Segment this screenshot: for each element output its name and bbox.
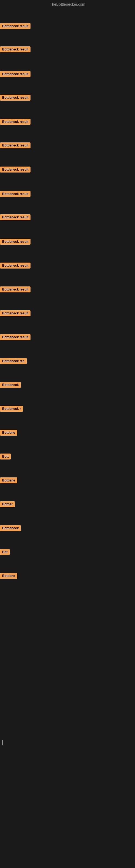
bottleneck-badge: Bottleneck result (0, 143, 31, 148)
bottleneck-item-8[interactable]: Bottleneck result (0, 191, 31, 197)
bottleneck-badge: Bot (0, 549, 10, 555)
bottleneck-item-17[interactable]: Bottleneck r (0, 406, 23, 412)
bottleneck-item-13[interactable]: Bottleneck result (0, 310, 31, 316)
bottleneck-badge: Bottler (0, 501, 15, 507)
bottleneck-item-14[interactable]: Bottleneck result (0, 334, 31, 340)
bottleneck-item-4[interactable]: Bottleneck result (0, 95, 31, 101)
bottleneck-badge: Bottleneck (0, 525, 21, 531)
bottleneck-item-16[interactable]: Bottleneck (0, 382, 21, 388)
bottleneck-item-6[interactable]: Bottleneck result (0, 143, 31, 148)
bottleneck-item-23[interactable]: Bot (0, 549, 10, 555)
bottleneck-badge: Bottleneck result (0, 262, 31, 269)
site-title: TheBottlenecker.com (0, 0, 135, 8)
bottleneck-item-3[interactable]: Bottleneck result (0, 71, 31, 77)
bottleneck-item-15[interactable]: Bottleneck res (0, 358, 27, 364)
bottleneck-item-2[interactable]: Bottleneck result (0, 46, 31, 52)
bottleneck-item-1[interactable]: Bottleneck result (0, 23, 31, 29)
bottleneck-badge: Bottleneck result (0, 191, 31, 197)
bottleneck-badge: Bottleneck result (0, 286, 31, 292)
bottleneck-badge: Bottlene (0, 477, 17, 484)
bottleneck-item-22[interactable]: Bottleneck (0, 525, 21, 531)
bottleneck-badge: Bottlene (0, 430, 17, 436)
bottleneck-item-10[interactable]: Bottleneck result (0, 239, 31, 245)
bottleneck-badge: Bottleneck result (0, 46, 31, 52)
bottleneck-item-7[interactable]: Bottleneck result (0, 166, 31, 173)
bottleneck-badge: Bottleneck res (0, 358, 27, 364)
bottleneck-badge: Bottleneck result (0, 166, 31, 173)
bottleneck-item-24[interactable]: Bottlene (0, 573, 17, 579)
bottleneck-badge: Bott (0, 454, 11, 460)
bottleneck-item-20[interactable]: Bottlene (0, 477, 17, 484)
bottleneck-badge: Bottleneck result (0, 310, 31, 316)
bottleneck-item-18[interactable]: Bottlene (0, 430, 17, 436)
bottleneck-item-11[interactable]: Bottleneck result (0, 262, 31, 269)
bottleneck-badge: Bottleneck r (0, 406, 23, 412)
bottleneck-badge: Bottleneck result (0, 23, 31, 29)
bottleneck-badge: Bottleneck result (0, 334, 31, 340)
bottleneck-item-5[interactable]: Bottleneck result (0, 119, 31, 125)
bottleneck-badge: Bottleneck result (0, 119, 31, 125)
bottleneck-badge: Bottleneck result (0, 239, 31, 245)
bottleneck-item-21[interactable]: Bottler (0, 501, 15, 507)
bottleneck-item-9[interactable]: Bottleneck result (0, 214, 31, 220)
bottleneck-badge: Bottlene (0, 573, 17, 579)
bottleneck-item-12[interactable]: Bottleneck result (0, 286, 31, 292)
bottleneck-badge: Bottleneck (0, 382, 21, 388)
bottleneck-item-19[interactable]: Bott (0, 454, 11, 460)
bottleneck-badge: Bottleneck result (0, 214, 31, 220)
bottleneck-badge: Bottleneck result (0, 95, 31, 101)
cursor-line (2, 740, 3, 745)
bottleneck-badge: Bottleneck result (0, 71, 31, 77)
